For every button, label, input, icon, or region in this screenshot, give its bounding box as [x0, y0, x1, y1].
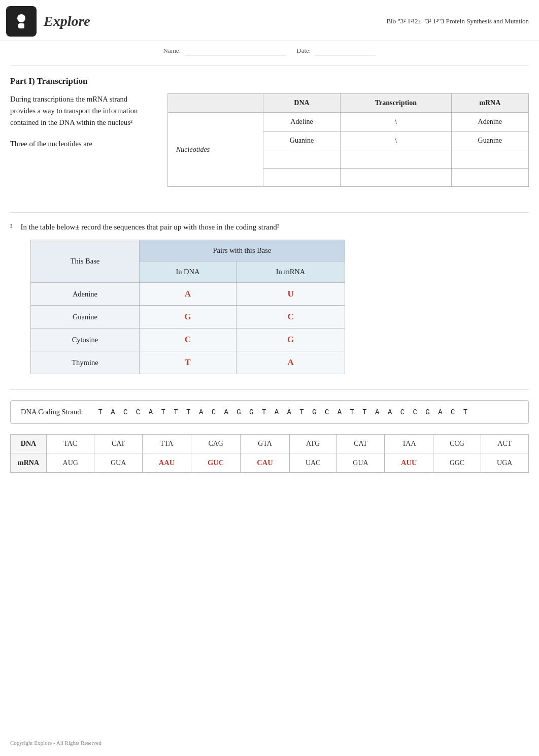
dna-coding-sequence: T A C C A T T T A C A G G T A A T G C A …: [98, 408, 469, 416]
codon-table: DNATACCATTTACAGGTAATGCATTAACCGACTmRNAAUG…: [10, 434, 529, 473]
codon-cell: CAT: [94, 435, 142, 453]
pairs-mrna-cell: C: [237, 306, 345, 328]
trans-r2-dna: Guanine: [263, 132, 340, 150]
codon-cell: TAC: [47, 435, 94, 453]
pairs-base-cell: Adenine: [31, 283, 140, 306]
transcription-para2: Three of the nucleotides are: [10, 138, 152, 150]
pairs-base-cell: Guanine: [31, 306, 140, 328]
pairs-row: CytosineCG: [31, 328, 345, 351]
part1-title: Part I) Transcription: [10, 76, 529, 86]
dna-coding-box: DNA Coding Strand: T A C C A T T T A C A…: [10, 400, 529, 424]
pairs-mrna-cell: A: [237, 351, 345, 374]
codon-cell: UGA: [481, 453, 529, 473]
codon-cell: TAA: [385, 435, 433, 453]
footer-text: Copyright Explore - All Rights Reserved: [10, 740, 102, 746]
trans-r4-dna: [263, 169, 340, 187]
date-label: Date:: [296, 47, 311, 55]
pairs-th-this-base: This Base: [31, 240, 140, 283]
pairs-dna-cell: G: [139, 306, 236, 328]
codon-cell: TTA: [142, 435, 191, 453]
trans-th-mrna: mRNA: [451, 94, 528, 113]
codon-cell: GUA: [94, 453, 142, 473]
trans-r3-dna: [263, 150, 340, 169]
dna-coding-label: DNA Coding Strand:: [21, 408, 83, 416]
pairs-base-cell: Cytosine: [31, 328, 140, 351]
transcription-layout: During transcription± the mRNA strand pr…: [10, 93, 529, 187]
name-input-line[interactable]: [185, 46, 286, 55]
transcription-table-wrap: DNA Transcription mRNA Nucleotides Adeli…: [167, 93, 529, 187]
trans-r1-dna: Adeline: [263, 113, 340, 132]
codon-cell: CCG: [433, 435, 481, 453]
svg-rect-1: [18, 23, 24, 28]
name-field-group: Name:: [163, 46, 287, 55]
pairs-row: AdenineAU: [31, 283, 345, 306]
pairs-dna-cell: A: [139, 283, 236, 306]
trans-r3-mrna: [451, 150, 528, 169]
trans-r1-trans: \: [341, 113, 451, 132]
pairs-mrna-cell: U: [237, 283, 345, 306]
codon-cell: GGC: [433, 453, 481, 473]
trans-th-transcription: Transcription: [341, 94, 451, 113]
pairs-row: ThymineTA: [31, 351, 345, 374]
pairs-table: This Base Pairs with this Base In DNA In…: [30, 240, 345, 374]
codon-row: mRNAAUGGUAAAUGUCCAUUACGUAAUUGGCUGA: [11, 453, 529, 473]
codon-table-wrap: DNATACCATTTACAGGTAATGCATTAACCGACTmRNAAUG…: [10, 434, 529, 473]
codon-cell: CAG: [191, 435, 240, 453]
codon-cell: GTA: [241, 435, 289, 453]
part1-section: Part I) Transcription During transcripti…: [0, 71, 539, 207]
trans-th-empty: [168, 94, 263, 113]
dna-divider: [10, 389, 529, 390]
pairs-th-in-mrna: In mRNA: [237, 261, 345, 283]
form-fields: Name: Date:: [0, 41, 539, 60]
codon-cell: GUC: [191, 453, 240, 473]
trans-row-1: Nucleotides Adeline \ Adenine: [168, 113, 529, 132]
svg-point-0: [17, 14, 25, 22]
pairs-th-in-dna: In DNA: [139, 261, 236, 283]
pairs-mrna-cell: G: [237, 328, 345, 351]
question2-text: In the table below± record the sequences…: [21, 223, 280, 232]
transcription-para1: During transcription± the mRNA strand pr…: [10, 93, 152, 129]
date-field-group: Date:: [296, 46, 376, 55]
app-name: Explore: [44, 13, 90, 29]
codon-cell: CAT: [336, 435, 384, 453]
trans-r2-trans: \: [341, 132, 451, 150]
trans-r4-trans: [341, 169, 451, 187]
codon-cell: ATG: [289, 435, 336, 453]
codon-cell: ACT: [481, 435, 529, 453]
question2-number: ²: [10, 223, 13, 232]
pairs-dna-cell: T: [139, 351, 236, 374]
pairs-row: GuanineGC: [31, 306, 345, 328]
codon-row: DNATACCATTTACAGGTAATGCATTAACCGACT: [11, 435, 529, 453]
trans-th-dna: DNA: [263, 94, 340, 113]
transcription-table: DNA Transcription mRNA Nucleotides Adeli…: [167, 93, 529, 187]
codon-cell: AAU: [142, 453, 191, 473]
trans-r3-trans: [341, 150, 451, 169]
codon-cell: CAU: [241, 453, 289, 473]
header-subtitle: Bio "3² 1²!2± "3² 1²"3 Protein Synthesis…: [386, 17, 529, 25]
app-logo: [6, 6, 37, 37]
date-input-line[interactable]: [315, 46, 376, 55]
header-divider: [10, 65, 529, 66]
trans-r1-mrna: Adenine: [451, 113, 528, 132]
codon-cell: AUU: [385, 453, 433, 473]
section-divider: [10, 212, 529, 213]
trans-row-label: Nucleotides: [168, 113, 263, 187]
codon-cell: UAC: [289, 453, 336, 473]
header: Explore Bio "3² 1²!2± "3² 1²"3 Protein S…: [0, 0, 539, 41]
logo-svg: [12, 12, 30, 30]
footer: Copyright Explore - All Rights Reserved: [10, 740, 102, 746]
codon-cell: GUA: [336, 453, 384, 473]
trans-r4-mrna: [451, 169, 528, 187]
transcription-text: During transcription± the mRNA strand pr…: [10, 93, 152, 159]
question2-block: ² In the table below± record the sequenc…: [0, 218, 539, 379]
name-label: Name:: [163, 47, 181, 55]
codon-row-label: DNA: [11, 435, 47, 453]
codon-cell: AUG: [47, 453, 94, 473]
question2-header: ² In the table below± record the sequenc…: [10, 223, 529, 232]
pairs-dna-cell: C: [139, 328, 236, 351]
pairs-base-cell: Thymine: [31, 351, 140, 374]
codon-row-label: mRNA: [11, 453, 47, 473]
pairs-th-top: Pairs with this Base: [139, 240, 345, 261]
trans-r2-mrna: Guanine: [451, 132, 528, 150]
